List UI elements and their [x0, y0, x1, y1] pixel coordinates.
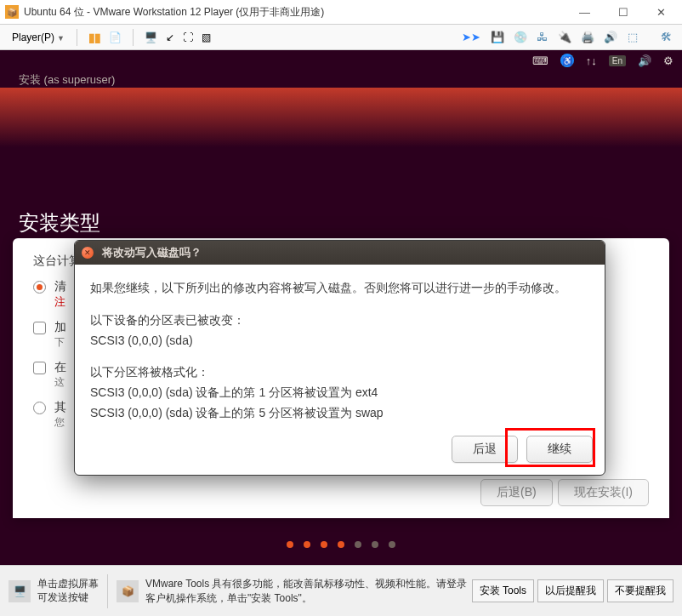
pager-dots	[0, 541, 682, 548]
minimize-button[interactable]: —	[565, 0, 604, 25]
step-dot	[389, 541, 395, 548]
checkbox-icon	[33, 322, 46, 334]
keyboard-icon[interactable]: ⌨	[532, 54, 548, 67]
unity-icon[interactable]: ↙	[166, 31, 174, 43]
step-dot	[372, 541, 378, 548]
dialog-title: 将改动写入磁盘吗？	[102, 245, 202, 260]
step-dot	[321, 541, 327, 548]
dialog-continue-button[interactable]: 继续	[526, 436, 593, 463]
separator	[77, 29, 77, 46]
radio-icon	[33, 281, 46, 294]
gear-icon[interactable]: ⚙	[663, 54, 673, 67]
windows-titlebar: 📦 Ubuntu 64 位 - VMware Workstation 12 Pl…	[0, 0, 682, 25]
step-dot	[304, 541, 310, 548]
language-indicator[interactable]: En	[609, 55, 626, 66]
dialog-body: 如果您继续，以下所列出的修改内容将被写入磁盘。否则您将可以进行进一步的手动修改。…	[75, 265, 605, 436]
tools-message: VMware Tools 具有很多功能，能改善鼠标移动性、视频和性能。请登录客户…	[145, 577, 469, 606]
dialog-line: 以下分区将被格式化：	[90, 362, 589, 383]
arrow-icon[interactable]: ➤➤	[462, 31, 480, 43]
close-button[interactable]: ✕	[642, 0, 680, 25]
chevron-down-icon: ▼	[57, 34, 65, 43]
guest-topbar: ⌨ ♿ ↑↓ En 🔊 ⚙	[0, 50, 682, 71]
snapshot-icon[interactable]: 📄	[109, 31, 122, 43]
fullscreen-icon[interactable]: ⛶	[183, 31, 193, 43]
manage-icon[interactable]: ▧	[202, 31, 211, 43]
usb-icon[interactable]: 🔌	[558, 31, 571, 43]
tools-icon[interactable]: 🛠	[661, 31, 672, 43]
header-strip	[0, 88, 682, 147]
separator	[107, 574, 108, 608]
network-updown-icon[interactable]: ↑↓	[586, 54, 597, 67]
checkbox-icon	[33, 362, 46, 374]
superuser-line: 安装 (as superuser)	[19, 72, 682, 88]
sound-icon[interactable]: 🔊	[604, 31, 617, 43]
dialog-line: SCSI3 (0,0,0) (sda) 设备上的第 1 分区将被设置为 ext4	[90, 383, 589, 403]
step-dot	[287, 541, 293, 548]
dialog-back-button[interactable]: 后退	[452, 436, 518, 463]
dialog-line: SCSI3 (0,0,0) (sda) 设备上的第 5 分区将被设置为 swap	[90, 403, 589, 424]
player-menu[interactable]: Player(P)▼	[7, 30, 70, 45]
dialog-line: SCSI3 (0,0,0) (sda)	[90, 331, 589, 351]
dialog-line: 如果您继续，以下所列出的修改内容将被写入磁盘。否则您将可以进行进一步的手动修改。	[90, 278, 589, 299]
device-icon[interactable]: ⬚	[628, 31, 638, 43]
install-tools-button[interactable]: 安装 Tools	[472, 579, 534, 602]
statusbar-hint: 单击虚拟屏幕 可发送按键	[37, 578, 99, 604]
separator	[133, 29, 134, 46]
statusbar: 🖥️ 单击虚拟屏幕 可发送按键 📦 VMware Tools 具有很多功能，能改…	[0, 565, 682, 616]
statusbar-icon: 🖥️	[9, 580, 31, 602]
network-icon[interactable]: 🖧	[537, 31, 548, 43]
step-dot	[338, 541, 344, 548]
guest-screen: ⌨ ♿ ↑↓ En 🔊 ⚙ 安装 (as superuser) 安装类型 这台计…	[0, 50, 682, 565]
vmware-toolbar: Player(P)▼ ▮▮ 📄 🖥️ ↙ ⛶ ▧ ➤➤ 💾 💿 🖧 🔌 🖨️ 🔊…	[0, 25, 682, 50]
dialog-line: 以下设备的分区表已被改变：	[90, 311, 589, 331]
page-title: 安装类型	[19, 209, 100, 237]
send-cad-icon[interactable]: 🖥️	[145, 31, 157, 43]
maximize-button[interactable]: ☐	[604, 0, 642, 25]
vmware-icon: 📦	[5, 5, 19, 19]
volume-icon[interactable]: 🔊	[638, 54, 651, 67]
window-title: Ubuntu 64 位 - VMware Workstation 12 Play…	[24, 5, 565, 20]
cd-icon[interactable]: 💿	[514, 31, 527, 43]
tools-icon: 📦	[117, 580, 139, 602]
pause-icon[interactable]: ▮▮	[88, 31, 100, 44]
never-remind-button[interactable]: 不要提醒我	[607, 579, 673, 602]
dialog-titlebar[interactable]: ✕ 将改动写入磁盘吗？	[75, 241, 605, 265]
install-now-button[interactable]: 现在安装(I)	[558, 479, 649, 506]
radio-icon	[33, 402, 46, 414]
accessibility-icon[interactable]: ♿	[560, 54, 574, 67]
dialog-close-icon[interactable]: ✕	[82, 247, 94, 259]
confirm-dialog: ✕ 将改动写入磁盘吗？ 如果您继续，以下所列出的修改内容将被写入磁盘。否则您将可…	[74, 240, 605, 476]
disk-icon[interactable]: 💾	[491, 31, 504, 43]
step-dot	[355, 541, 361, 548]
remind-later-button[interactable]: 以后提醒我	[537, 579, 604, 602]
back-button[interactable]: 后退(B)	[480, 479, 553, 506]
printer-icon[interactable]: 🖨️	[581, 31, 594, 43]
